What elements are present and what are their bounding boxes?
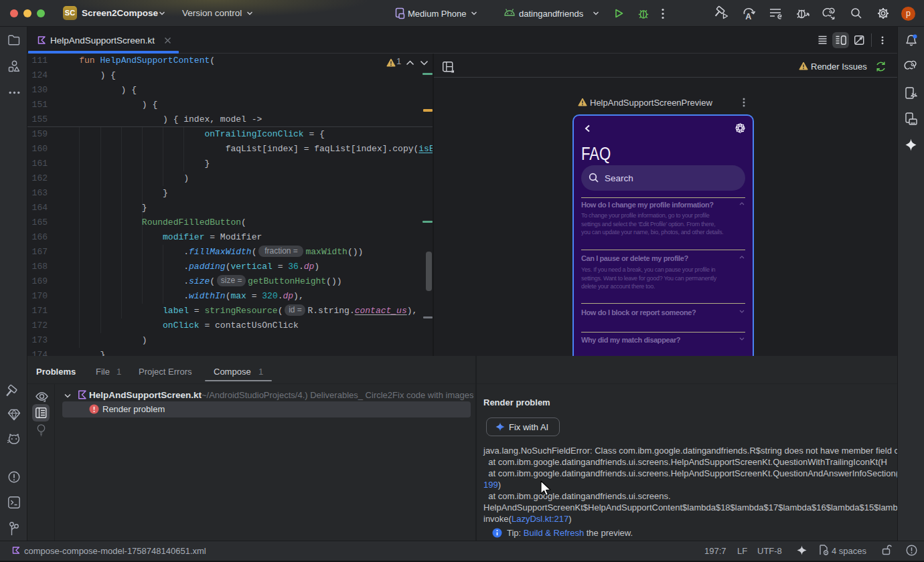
svg-text:A: A	[745, 12, 751, 21]
